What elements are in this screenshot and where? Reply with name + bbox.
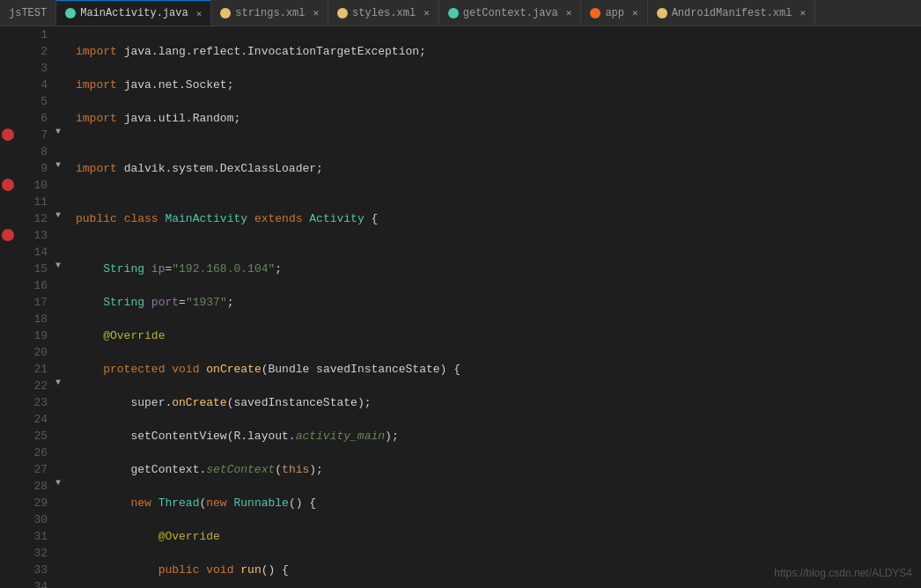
tab-label: styles.xml (352, 7, 416, 19)
tab-androidmanifest[interactable]: AndroidManifest.xml ✕ (648, 0, 815, 26)
code-line: setContentView(R.layout.activity_main); (76, 428, 912, 445)
tab-label: getContext.java (463, 7, 558, 19)
tab-label: strings.xml (235, 7, 305, 19)
app-icon (590, 8, 600, 18)
tab-label: AndroidManifest.xml (672, 7, 792, 19)
tab-jtest[interactable]: jsTEST (0, 0, 56, 26)
code-line: public class MainActivity extends Activi… (76, 210, 912, 227)
tab-mainactivity[interactable]: MainActivity.java ✕ (56, 0, 211, 26)
tab-label: app (605, 7, 624, 19)
code-line: import java.util.Random; (76, 110, 912, 127)
tab-close-icon[interactable]: ✕ (424, 7, 430, 18)
tab-getcontext[interactable]: getContext.java ✕ (439, 0, 582, 26)
fold-arrow-icon[interactable]: ▼ (55, 478, 61, 488)
breakpoint-icon (2, 179, 14, 191)
xml-file-icon (337, 8, 348, 18)
tab-label: jsTEST (9, 7, 47, 19)
code-line: import dalvik.system.DexClassLoader; (76, 160, 912, 177)
fold-arrow-icon[interactable]: ▼ (55, 127, 61, 136)
tab-close-icon[interactable]: ✕ (566, 7, 572, 18)
java-file-icon (448, 8, 459, 18)
left-gutter (0, 26, 19, 588)
breakpoint-icon (2, 129, 14, 141)
xml-file-icon (220, 8, 231, 18)
watermark: https://blog.csdn.net/ALDYS4 (774, 567, 912, 579)
code-line: import java.lang.reflect.InvocationTarge… (76, 43, 912, 60)
fold-arrow-icon[interactable]: ▼ (55, 378, 61, 387)
line-numbers: 12345 678910 1112131415 1617181920 21222… (19, 26, 55, 588)
tab-close-icon[interactable]: ✕ (313, 7, 319, 18)
tab-label: MainActivity.java (80, 7, 188, 19)
code-content: import java.lang.reflect.InvocationTarge… (67, 26, 921, 588)
xml-file-icon (657, 8, 667, 18)
editor-container: 12345 678910 1112131415 1617181920 21222… (0, 26, 921, 588)
code-line: @Override (76, 327, 912, 344)
code-line: protected void onCreate(Bundle savedInst… (76, 361, 912, 378)
fold-arrow-icon[interactable]: ▼ (55, 261, 61, 270)
tab-bar: jsTEST MainActivity.java ✕ strings.xml ✕… (0, 0, 921, 26)
tab-close-icon[interactable]: ✕ (632, 7, 638, 18)
code-line: String ip="192.168.0.104"; (76, 261, 912, 277)
code-line: @Override (76, 528, 912, 545)
fold-column: ▼ ▼ ▼ ▼ ▼ ▼ (55, 26, 67, 588)
code-line: String port="1937"; (76, 294, 912, 311)
code-line: import java.net.Socket; (76, 77, 912, 93)
code-line: getContext.setContext(this); (76, 461, 912, 478)
fold-arrow-icon[interactable]: ▼ (55, 160, 61, 170)
fold-arrow-icon[interactable]: ▼ (55, 210, 61, 220)
java-file-icon (65, 8, 76, 18)
code-area[interactable]: 12345 678910 1112131415 1617181920 21222… (19, 26, 921, 588)
tab-close-icon[interactable]: ✕ (799, 7, 806, 18)
code-line: new Thread(new Runnable() { (76, 495, 912, 511)
breakpoint-icon (2, 229, 14, 241)
code-line: super.onCreate(savedInstanceState); (76, 394, 912, 411)
tab-close-icon[interactable]: ✕ (196, 8, 203, 19)
tab-strings[interactable]: strings.xml ✕ (211, 0, 328, 26)
tab-styles[interactable]: styles.xml ✕ (328, 0, 439, 26)
tab-app[interactable]: app ✕ (581, 0, 647, 26)
